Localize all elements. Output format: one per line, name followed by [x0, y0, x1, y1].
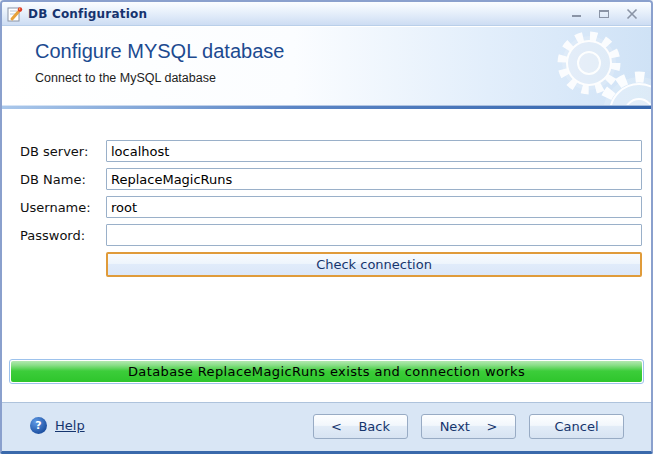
- check-connection-button[interactable]: Check connection: [106, 252, 642, 277]
- window-controls: [569, 7, 639, 21]
- username-row: Username:: [20, 196, 642, 218]
- help-icon: ?: [30, 417, 47, 434]
- footer-bar: ? Help < Back Next > Cancel: [2, 402, 651, 451]
- wizard-nav-buttons: < Back Next > Cancel: [313, 414, 624, 439]
- help-link-label: Help: [55, 418, 85, 433]
- page-title: Configure MYSQL database: [35, 40, 284, 63]
- close-icon[interactable]: [625, 7, 639, 21]
- next-button[interactable]: Next >: [421, 414, 516, 439]
- db-configuration-window: DB Configuration Configure MYSQL databas…: [0, 0, 653, 454]
- cancel-button[interactable]: Cancel: [529, 414, 624, 439]
- db-server-label: DB server:: [20, 144, 106, 159]
- connection-status-message: Database ReplaceMagicRuns exists and con…: [11, 361, 642, 382]
- window-title: DB Configuration: [28, 7, 569, 21]
- help-link[interactable]: ? Help: [30, 417, 85, 434]
- connection-status-container: Database ReplaceMagicRuns exists and con…: [9, 359, 644, 384]
- password-input[interactable]: [106, 224, 642, 246]
- wizard-wand-icon: [7, 6, 23, 22]
- db-name-label: DB Name:: [20, 172, 106, 187]
- password-label: Password:: [20, 228, 106, 243]
- db-connection-form: DB server: DB Name: Username: Password: …: [20, 140, 642, 277]
- wizard-header: Configure MYSQL database Connect to the …: [2, 27, 651, 105]
- db-server-row: DB server:: [20, 140, 642, 162]
- gears-icon: [521, 27, 651, 105]
- db-name-input[interactable]: [106, 168, 642, 190]
- content-area: DB server: DB Name: Username: Password: …: [2, 109, 651, 402]
- username-input[interactable]: [106, 196, 642, 218]
- page-subtitle: Connect to the MySQL database: [35, 71, 216, 85]
- db-name-row: DB Name:: [20, 168, 642, 190]
- minimize-icon[interactable]: [569, 7, 583, 21]
- titlebar: DB Configuration: [2, 2, 651, 26]
- username-label: Username:: [20, 200, 106, 215]
- back-button[interactable]: < Back: [313, 414, 408, 439]
- maximize-icon[interactable]: [597, 7, 611, 21]
- password-row: Password:: [20, 224, 642, 246]
- db-server-input[interactable]: [106, 140, 642, 162]
